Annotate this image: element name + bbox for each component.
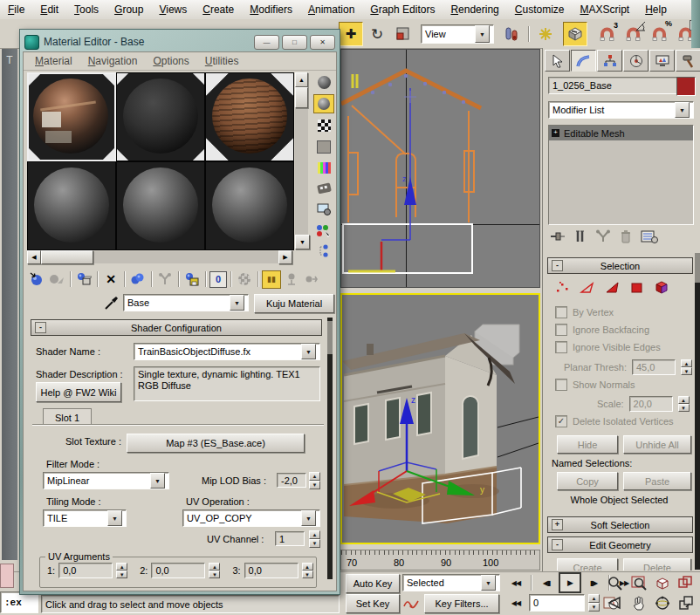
slot-texture-map-button[interactable]: Map #3 (ES_Base.ace) (127, 434, 305, 453)
object-name-field[interactable]: 1_0256_Base (548, 77, 679, 94)
use-center-button[interactable] (499, 22, 524, 46)
sample-uv-tiling-button[interactable] (314, 138, 333, 155)
face-subobject-icon[interactable] (605, 281, 620, 294)
spin-down-icon[interactable]: ▼ (309, 481, 320, 489)
spin-up-icon[interactable]: ▲ (678, 396, 690, 404)
make-material-copy-button[interactable] (128, 270, 148, 288)
percent-snap-toggle-button[interactable]: % (647, 22, 671, 46)
dropdown-arrow-icon[interactable]: ▼ (107, 510, 122, 526)
scroll-down-button[interactable]: ▼ (295, 235, 310, 249)
select-and-move-button[interactable]: ✚ (339, 22, 363, 46)
make-unique-icon[interactable] (595, 229, 611, 243)
slots-horizontal-scrollbar[interactable]: ◀ ▶ (27, 251, 292, 263)
frame-spinner[interactable]: ▲ ▼ (588, 594, 600, 612)
spin-up-icon[interactable]: ▲ (209, 563, 220, 571)
scroll-left-button[interactable]: ◀ (27, 250, 41, 264)
uv-channel-field[interactable]: 1 (275, 531, 305, 546)
create-button[interactable]: Create (557, 558, 618, 571)
scrollbar-thumb[interactable] (327, 321, 333, 354)
tab-motion[interactable] (623, 50, 649, 72)
tiling-mode-dropdown[interactable]: TILE ▼ (43, 509, 127, 527)
assign-material-button[interactable] (74, 270, 93, 288)
front-viewport-canvas[interactable]: z (341, 50, 539, 287)
uv-arg1-field[interactable]: 0,0 (58, 563, 113, 578)
tab-display[interactable] (649, 50, 675, 72)
snap-toggle-3d-button[interactable]: 3 (594, 22, 619, 46)
key-mode-toggle-button[interactable]: ◀◀ (506, 594, 525, 612)
selection-filter-dropdown[interactable]: Selected ▼ (402, 574, 500, 591)
spin-down-icon[interactable]: ▼ (681, 367, 692, 375)
collapse-icon[interactable]: - (552, 539, 563, 550)
zoom-all-button[interactable] (628, 574, 649, 591)
reset-map-button[interactable]: ✕ (101, 270, 120, 288)
show-end-result-stack-icon[interactable] (574, 229, 587, 243)
sample-type-button[interactable] (314, 73, 333, 91)
planar-thresh-spinner[interactable]: ▲ ▼ (681, 359, 692, 375)
reference-coordinate-dropdown[interactable]: View ▼ (421, 24, 494, 44)
checkbox-icon[interactable] (555, 306, 567, 318)
spin-down-icon[interactable]: ▼ (678, 404, 690, 412)
collapse-icon[interactable]: - (552, 260, 563, 271)
snaps-toggle-button[interactable] (563, 22, 587, 46)
arc-rotate-button[interactable] (652, 594, 672, 612)
unhide-all-button[interactable]: Unhide All (623, 435, 691, 454)
uv-operation-dropdown[interactable]: UV_OP_COPY ▼ (182, 509, 320, 527)
menu-maxscript[interactable]: MAXScript (573, 1, 638, 18)
ignore-backfacing-checkbox[interactable]: Ignore Backfacing (555, 324, 649, 336)
menu-customize[interactable]: Customize (507, 1, 573, 18)
vertex-subobject-icon[interactable] (555, 281, 569, 294)
go-to-parent-button[interactable] (282, 270, 301, 288)
front-viewport[interactable]: z (340, 49, 540, 288)
maximize-button[interactable]: □ (282, 35, 307, 50)
checkbox-icon[interactable] (555, 324, 567, 336)
show-end-result-button[interactable]: ▮▮ (262, 270, 281, 289)
delete-button[interactable]: Delete (623, 558, 691, 571)
dropdown-arrow-icon[interactable]: ▼ (301, 510, 316, 526)
menu-edit[interactable]: Edit (32, 1, 66, 18)
scroll-right-button[interactable]: ▶ (278, 250, 292, 264)
menu-graph-editors[interactable]: Graph Editors (362, 1, 443, 18)
edit-geometry-rollout-header[interactable]: - Edit Geometry (547, 536, 693, 553)
modifier-list-dropdown[interactable]: Modifier List ▼ (548, 101, 694, 119)
key-filters-button[interactable]: Key Filters... (424, 594, 499, 613)
perspective-viewport-canvas[interactable]: z y (342, 295, 539, 543)
pan-button[interactable] (628, 594, 649, 612)
slot-1-tab[interactable]: Slot 1 (43, 408, 92, 426)
scrollbar-thumb[interactable] (41, 250, 93, 264)
menu-help[interactable]: Help (637, 1, 675, 18)
slots-vertical-scrollbar[interactable]: ▲ ▼ (295, 72, 308, 249)
dropdown-arrow-icon[interactable]: ▼ (230, 295, 244, 311)
sample-slot-4[interactable] (27, 161, 116, 250)
scale-spinner[interactable]: ▲ ▼ (678, 396, 690, 412)
tab-modify[interactable] (571, 50, 596, 72)
left-dock-tab[interactable]: T (2, 49, 17, 560)
auto-key-button[interactable]: Auto Key (346, 574, 400, 593)
spin-down-icon[interactable]: ▼ (309, 539, 320, 548)
object-color-swatch[interactable] (676, 77, 696, 96)
planar-thresh-field[interactable]: 45,0 (632, 359, 676, 375)
sample-slot-2[interactable] (116, 72, 205, 161)
material-map-navigator-button[interactable] (314, 243, 333, 260)
copy-button[interactable]: Copy (557, 472, 618, 490)
delete-isolated-checkbox[interactable]: ✓ Delete Isolated Vertices (555, 415, 674, 427)
spin-up-icon[interactable]: ▲ (309, 530, 320, 539)
ignore-visible-edges-checkbox[interactable]: Ignore Visible Edges (555, 341, 661, 353)
default-in-out-tangents-button[interactable] (402, 594, 420, 612)
scale-field[interactable]: 20,0 (629, 396, 673, 412)
material-editor-titlebar[interactable]: Material Editor - Base — □ ✕ (23, 32, 337, 51)
selection-rollout-header[interactable]: - Selection (547, 257, 693, 274)
goto-start-button[interactable]: ◀◀ (506, 574, 525, 591)
min-max-toggle-button[interactable] (676, 594, 696, 612)
mip-lod-bias-field[interactable]: -2,0 (277, 473, 306, 488)
shader-name-dropdown[interactable]: TrainBasicObjectDiffuse.fx ▼ (134, 343, 320, 360)
expand-icon[interactable]: + (552, 519, 563, 530)
spin-up-icon[interactable]: ▲ (588, 594, 600, 603)
make-preview-button[interactable] (314, 180, 333, 197)
collapse-icon[interactable]: - (35, 322, 46, 333)
current-frame-field[interactable]: 0 (529, 594, 585, 612)
me-menu-material[interactable]: Material (27, 52, 80, 70)
me-menu-options[interactable]: Options (145, 52, 196, 70)
video-color-check-button[interactable] (314, 159, 333, 176)
filter-mode-dropdown[interactable]: MipLinear ▼ (43, 472, 169, 489)
checkbox-checked-icon[interactable]: ✓ (555, 415, 567, 427)
